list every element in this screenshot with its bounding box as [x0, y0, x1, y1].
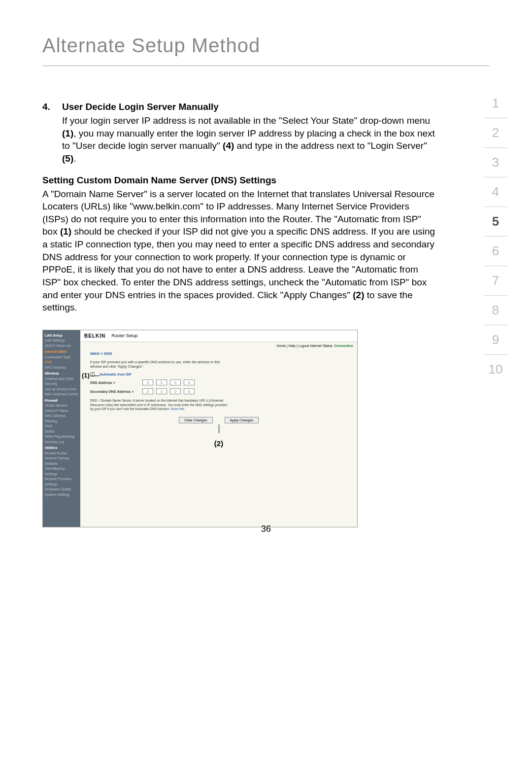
sidebar-firmware[interactable]: Firmware Update [45, 487, 78, 492]
secdns-octet-3[interactable]: 0 [170, 388, 181, 394]
secdns-octet-2[interactable]: 0 [156, 388, 167, 394]
nav-4[interactable]: 4 [484, 177, 507, 207]
nav-3[interactable]: 3 [484, 148, 507, 177]
dns-octet-3[interactable]: 0 [170, 380, 181, 385]
sidebar-utilities: Utilities [45, 446, 78, 451]
sidebar-mac[interactable]: MAC Address [45, 365, 78, 371]
callout-2: (2) [80, 439, 357, 448]
sidebar-security[interactable]: Security [45, 381, 78, 387]
dns-address-label: DNS Address > [90, 381, 139, 384]
sidebar-use-ap[interactable]: Use as Access Point [45, 387, 78, 392]
dns-octet-2[interactable]: 0 [156, 380, 167, 385]
nav-8[interactable]: 8 [484, 296, 507, 325]
sidebar-system[interactable]: System Settings [45, 492, 78, 498]
sidebar-lan-settings[interactable]: LAN Settings [45, 338, 78, 344]
router-screenshot: LAN Setup LAN Settings DHCP Client List … [42, 330, 358, 528]
sidebar-wireless: Wireless [45, 371, 78, 377]
nav-9[interactable]: 9 [484, 325, 507, 355]
sidebar-vservers[interactable]: Virtual Servers [45, 403, 78, 409]
internet-status: Connection [334, 344, 354, 347]
router-sidebar: LAN Setup LAN Settings DHCP Client List … [43, 330, 80, 527]
nav-5[interactable]: 5 [484, 207, 507, 237]
sidebar-dhcp[interactable]: DHCP Client List [45, 344, 78, 349]
router-instruction: If your ISP provided you with a specific… [80, 358, 238, 371]
sidebar-seclog[interactable]: Security Log [45, 440, 78, 445]
auto-isp-label: Automatic from ISP [100, 373, 149, 376]
router-breadcrumb: WAN > DNS [80, 349, 357, 358]
item4-heading: User Decide Login Server Manually [62, 102, 436, 112]
router-brand: BELKIN [84, 333, 105, 339]
sidebar-restoreprev[interactable]: Restore Previous Settings [45, 477, 78, 487]
nav-2[interactable]: 2 [484, 118, 507, 148]
sidebar-cip[interactable]: Client IP Filters [45, 409, 78, 414]
sidebar-macfilter[interactable]: MAC Address Filtering [45, 414, 78, 424]
sidebar-dns[interactable]: DNS [45, 360, 78, 365]
item4-body: If your login server IP address is not a… [62, 114, 436, 165]
sidebar-channel[interactable]: Channel and SSID [45, 377, 78, 382]
nav-1[interactable]: 1 [484, 89, 507, 118]
router-setup-title: Router Setup [111, 333, 137, 338]
callout-1: (1) [82, 372, 100, 379]
dns-heading: Setting Custom Domain Name Server (DNS) … [42, 175, 436, 186]
apply-changes-button[interactable]: Apply Changes [225, 417, 259, 423]
dns-octet-1[interactable]: 0 [142, 380, 153, 385]
sidebar-restore[interactable]: Restore Factory Defaults [45, 456, 78, 466]
secdns-octet-4[interactable]: 0 [184, 388, 195, 394]
sidebar-conn-type[interactable]: Connection Type [45, 355, 78, 360]
nav-6[interactable]: 6 [484, 237, 507, 266]
sidebar-restart[interactable]: Restart Router [45, 451, 78, 456]
sidebar-firewall: Firewall [45, 398, 78, 404]
sec-dns-address-label: Secondary DNS Address > [90, 390, 139, 393]
sidebar-internet-wan: Internet WAN [45, 349, 78, 355]
router-dns-note: DNS = Domain Name Server. A server locat… [80, 396, 238, 414]
nav-7[interactable]: 7 [484, 266, 507, 296]
sidebar-backup[interactable]: Save/Backup Settings [45, 466, 78, 477]
sidebar-lan-setup: LAN Setup [45, 333, 78, 339]
dns-body: A "Domain Name Server" is a server locat… [42, 188, 436, 314]
secdns-octet-1[interactable]: 0 [142, 388, 153, 394]
dns-octet-4[interactable]: 0 [184, 380, 195, 385]
nav-10[interactable]: 10 [484, 355, 507, 384]
section-nav: 1 2 3 4 5 6 7 8 9 10 [484, 89, 507, 384]
sidebar-mac-ctrl[interactable]: MAC Address Control [45, 392, 78, 397]
router-topbar: Home | Help | Logout Internet Status: Co… [80, 342, 357, 349]
sidebar-dmz[interactable]: DMZ [45, 424, 78, 429]
sidebar-ddns[interactable]: DDNS [45, 429, 78, 435]
page-title: Alternate Setup Method [42, 35, 490, 66]
more-info-link[interactable]: More Info [171, 407, 184, 411]
sidebar-wanping[interactable]: WAN Ping Blocking [45, 434, 78, 440]
clear-changes-button[interactable]: Clear Changes [179, 417, 213, 423]
item-number: 4. [42, 102, 62, 165]
page-number: 36 [261, 524, 271, 534]
